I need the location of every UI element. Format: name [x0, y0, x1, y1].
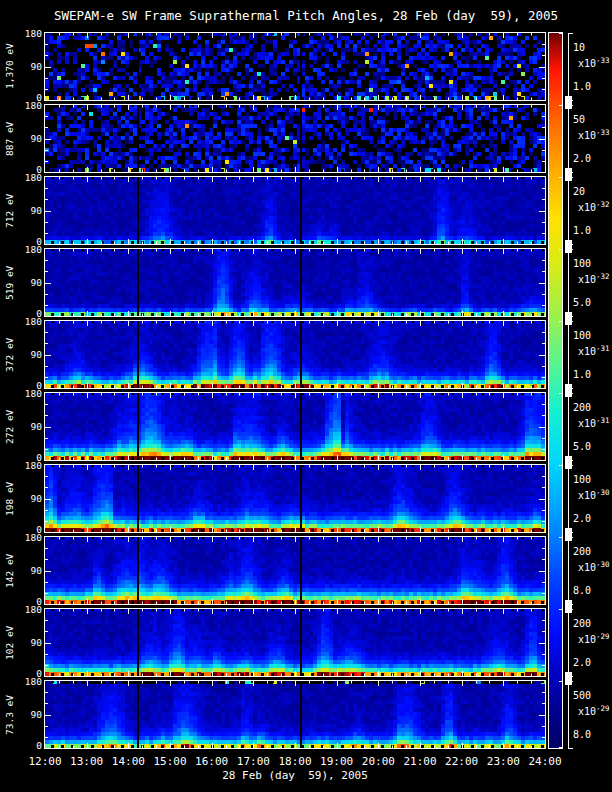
energy-label: 519 eV — [2, 249, 16, 316]
scale-tick — [568, 465, 573, 466]
spectrogram-panel — [44, 176, 546, 245]
energy-label: 372 eV — [2, 321, 16, 388]
scale-min-label: 2.0 — [573, 513, 591, 524]
y-tick-label: 180 — [16, 317, 42, 327]
y-tick-label: 180 — [16, 677, 42, 687]
scale-exponent-label: x10-32 — [578, 199, 610, 213]
plot-title: SWEPAM-e SW Frame Suprathermal Pitch Ang… — [0, 8, 612, 23]
x-axis-title: 28 Feb (day 59), 2005 — [45, 769, 545, 782]
scale-max-label: 10 — [573, 42, 585, 53]
y-tick-label: 180 — [16, 173, 42, 183]
scale-max-label: 20 — [573, 186, 585, 197]
energy-label: 198 eV — [2, 465, 16, 532]
pitch-angle-heatmap — [45, 321, 545, 388]
scale-min-label: 2.0 — [573, 153, 591, 164]
scale-min-label: 8.0 — [573, 729, 591, 740]
scale-exponent-label: x10-32 — [578, 271, 610, 285]
pitch-angle-heatmap — [45, 393, 545, 460]
scale-tick — [568, 537, 573, 538]
y-tick-label: 90 — [16, 206, 42, 216]
scale-exponent-label: x10-33 — [578, 55, 610, 69]
scale-exponent-label: x10-29 — [578, 703, 610, 717]
energy-label: 1,370 eV — [2, 33, 16, 100]
pitch-angle-heatmap — [45, 465, 545, 532]
scale-boundary-marker — [565, 528, 572, 541]
y-tick-label: 90 — [16, 134, 42, 144]
scale-min-label: 5.0 — [573, 297, 591, 308]
y-tick-label: 90 — [16, 566, 42, 576]
y-tick-label: 0 — [16, 741, 42, 751]
scale-min-label: 1.0 — [573, 81, 591, 92]
x-tick-label: 13:00 — [66, 755, 108, 768]
x-tick-label: 21:00 — [399, 755, 441, 768]
x-tick-label: 16:00 — [191, 755, 233, 768]
pitch-angle-heatmap — [45, 249, 545, 316]
scale-min-label: 8.0 — [573, 585, 591, 596]
y-tick-label: 90 — [16, 350, 42, 360]
scale-tick — [568, 681, 573, 682]
scale-min-label: 5.0 — [573, 441, 591, 452]
scale-boundary-marker — [565, 312, 572, 325]
scale-exponent-label: x10-29 — [578, 631, 610, 645]
scale-boundary-marker — [565, 168, 572, 181]
x-tick-label: 24:00 — [524, 755, 566, 768]
scale-boundary-marker — [565, 672, 572, 685]
scale-boundary-marker — [565, 384, 572, 397]
scale-tick — [568, 177, 573, 178]
y-tick-label: 90 — [16, 494, 42, 504]
energy-label: 272 eV — [2, 393, 16, 460]
x-tick-label: 15:00 — [149, 755, 191, 768]
spectrogram-panel — [44, 320, 546, 389]
y-tick-label: 180 — [16, 389, 42, 399]
spectrogram-panel — [44, 608, 546, 677]
y-tick-label: 180 — [16, 605, 42, 615]
scale-max-label: 50 — [573, 114, 585, 125]
scale-exponent-label: x10-30 — [578, 487, 610, 501]
spectrogram-panel — [44, 104, 546, 173]
scale-max-label: 200 — [573, 402, 591, 413]
y-tick-label: 180 — [16, 533, 42, 543]
scale-min-label: 1.0 — [573, 225, 591, 236]
scale-tick — [568, 105, 573, 106]
pitch-angle-heatmap — [45, 105, 545, 172]
energy-label: 102 eV — [2, 609, 16, 676]
scale-tick — [568, 748, 573, 749]
scale-max-label: 100 — [573, 258, 591, 269]
scale-tick — [568, 321, 573, 322]
colorbar — [548, 32, 563, 749]
scale-exponent-label: x10-30 — [578, 559, 610, 573]
energy-label: 712 eV — [2, 177, 16, 244]
spectrogram-panel — [44, 464, 546, 533]
scale-min-label: 1.0 — [573, 369, 591, 380]
y-tick-label: 90 — [16, 638, 42, 648]
spectrogram-panel — [44, 392, 546, 461]
x-tick-label: 18:00 — [274, 755, 316, 768]
scale-tick — [568, 33, 573, 34]
colorbar-gradient — [549, 33, 562, 748]
figure: SWEPAM-e SW Frame Suprathermal Pitch Ang… — [0, 0, 612, 792]
y-tick-label: 180 — [16, 245, 42, 255]
scale-boundary-marker — [565, 456, 572, 469]
scale-exponent-label: x10-31 — [578, 343, 610, 357]
scale-tick — [568, 249, 573, 250]
y-tick-label: 180 — [16, 101, 42, 111]
y-tick-label: 90 — [16, 710, 42, 720]
scale-max-label: 100 — [573, 474, 591, 485]
energy-label: 73.3 eV — [2, 681, 16, 748]
y-tick-label: 90 — [16, 422, 42, 432]
pitch-angle-heatmap — [45, 177, 545, 244]
spectrogram-panel — [44, 248, 546, 317]
y-tick-label: 90 — [16, 278, 42, 288]
pitch-angle-heatmap — [45, 33, 545, 100]
x-tick-label: 19:00 — [316, 755, 358, 768]
scale-max-label: 200 — [573, 618, 591, 629]
pitch-angle-heatmap — [45, 609, 545, 676]
scale-tick — [568, 393, 573, 394]
scale-max-label: 500 — [573, 690, 591, 701]
energy-label: 142 eV — [2, 537, 16, 604]
scale-exponent-label: x10-33 — [578, 127, 610, 141]
x-tick-label: 17:00 — [232, 755, 274, 768]
y-tick-label: 180 — [16, 461, 42, 471]
x-tick-label: 12:00 — [24, 755, 66, 768]
x-tick-label: 23:00 — [482, 755, 524, 768]
